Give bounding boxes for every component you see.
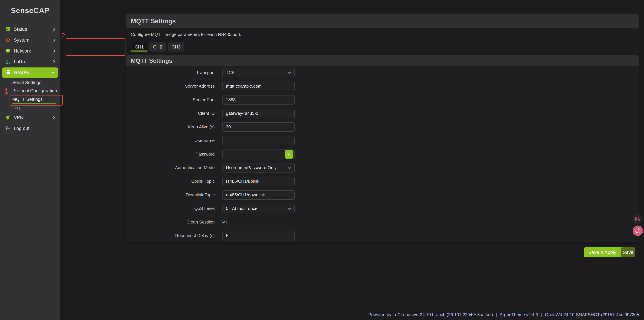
qos-level-select[interactable]: 0 - At most once [222,204,295,213]
footer: Powered by LuCI openwrt-24.10 branch (26… [368,312,639,317]
chevron-right-icon [52,27,56,31]
active-tab-underline [131,51,148,52]
footer-separator: | [541,312,542,317]
gear-icon: ⚙ [5,38,10,43]
sidebar-item-logout[interactable]: Log out [0,123,60,134]
dashboard-icon [5,27,10,32]
save-button[interactable]: Save [621,247,635,257]
subitem-label: Protocol Configuration [12,88,57,94]
page-description: Configure MQTT bridge parameters for eac… [131,32,241,37]
field-label: Transport [126,70,215,75]
server-address-input[interactable] [222,82,295,91]
subitem-label: Serial Settings [12,80,42,85]
tab-label: CH1 [135,45,144,50]
username-input[interactable] [222,136,295,145]
form-row-transport: Transport TCP [126,66,639,79]
brand-logo: SenseCAP [0,6,60,15]
sidebar-item-label: Log out [14,126,29,131]
tab-ch2[interactable]: CH2 [149,43,166,52]
downlink-topic-input[interactable] [222,190,295,200]
sidebar-item-label: LoRa [14,59,25,65]
field-label: Server Port [126,97,215,102]
form-row-client-id: Client ID [126,107,639,120]
form-row-server-address: Server Address [126,79,639,93]
password-input[interactable] [222,150,295,159]
server-port-input[interactable] [222,95,295,105]
field-label: Downlink Topic [126,192,215,197]
check-icon: ✔ [223,220,226,224]
clean-session-checkbox[interactable]: ✔ [222,220,226,224]
svg-text:A: A [637,230,640,233]
annotation-step-1: 1 [4,87,8,95]
form-row-keep-alive: Keep Alive (s) [126,120,639,134]
form-row-qos-level: QoS Level 0 - At most once [126,202,639,215]
sidebar-item-network[interactable]: Network [0,46,60,56]
save-apply-button[interactable]: Save & Apply [584,247,621,257]
sidebar-item-lora[interactable]: LoRa [0,56,60,67]
keep-alive-input[interactable] [222,122,295,132]
save-apply-button-group: Save & Apply [584,247,627,257]
sidebar-item-status[interactable]: Status [0,24,60,35]
client-id-input[interactable] [222,109,295,118]
form-row-username: Username [126,134,639,147]
field-label: Server Address [126,84,215,89]
globe-lock-icon [5,115,10,120]
sidebar-item-label: System [14,38,29,43]
footer-theme-link[interactable]: ArgonTheme v2.4.3 [500,312,538,317]
section-header: MQTT Settings [126,55,639,66]
footer-version-link[interactable]: OpenWrt 24.10-SNAPSHOT-r29157-44df9972d5 [545,312,639,317]
scrollbar-gutter[interactable] [639,0,644,320]
channel-tabs: CH1 CH2 CH3 [131,43,184,52]
form-row-authentication-mode: Authentication Mode Username/Password On… [126,161,639,175]
sidebar-item-rs485[interactable]: RS485 [2,68,58,78]
field-label: Authentication Mode [126,165,215,170]
form-row-reconnect-delay: Reconnect Delay (s) [126,229,639,242]
form-row-server-port: Server Port [126,93,639,107]
sidebar-item-vpn[interactable]: VPN [0,112,60,123]
password-reveal-button[interactable]: * [285,150,293,159]
authentication-mode-select[interactable]: Username/Password Only [222,163,295,172]
transport-select[interactable]: TCP [222,68,295,77]
sidebar-item-label: RS485 [14,70,29,76]
chevron-right-icon [52,49,56,53]
form-row-uplink-topic: Uplink Topic [126,175,639,188]
sidebar-item-system[interactable]: ⚙ System [0,35,60,46]
chevron-right-icon [52,116,56,119]
footer-powered-link[interactable]: Powered by LuCI openwrt-24.10 branch (26… [368,312,493,317]
annotation-box-channel-tabs [66,38,126,56]
chevron-right-icon [52,60,56,64]
footer-separator: | [496,312,497,317]
extension-apps-sparkle-button[interactable] [632,214,642,224]
tab-label: CH2 [153,45,162,50]
section-title: MQTT Settings [131,55,172,66]
chevron-down-icon [287,166,292,170]
monitor-icon [5,49,10,54]
field-label: QoS Level [126,206,215,211]
tab-ch3[interactable]: CH3 [168,43,184,52]
chevron-down-icon [51,71,55,75]
nodes-icon [5,59,10,64]
apps-sparkle-icon [635,216,640,222]
reconnect-delay-input[interactable] [222,231,295,240]
chevron-down-icon [287,207,292,211]
tab-label: CH3 [172,45,180,50]
chevron-right-icon [52,38,56,42]
page-header-bar: MQTT Settings [126,14,639,28]
asterisk-glyph: * [288,152,290,158]
sidebar: SenseCAP Status ⚙ System Network [0,0,60,320]
page-title: MQTT Settings [131,14,176,28]
annotation-box-mqtt-settings [10,95,63,106]
field-label: Reconnect Delay (s) [126,233,215,238]
field-label: Keep Alive (s) [126,124,215,130]
extension-translate-button[interactable]: A [632,225,643,236]
sidebar-subitem-protocol-configuration[interactable]: Protocol Configuration [0,87,60,94]
sidebar-subitem-serial-settings[interactable]: Serial Settings [0,79,60,86]
form-row-downlink-topic: Downlink Topic [126,188,639,202]
select-value: 0 - At most once [226,206,258,211]
sidebar-item-label: Network [14,48,31,54]
field-label: Uplink Topic [126,179,215,184]
tab-ch1[interactable]: CH1 [131,43,148,52]
uplink-topic-input[interactable] [222,177,295,186]
field-label: Password [126,152,215,157]
annotation-step-2: 2 [61,32,65,40]
